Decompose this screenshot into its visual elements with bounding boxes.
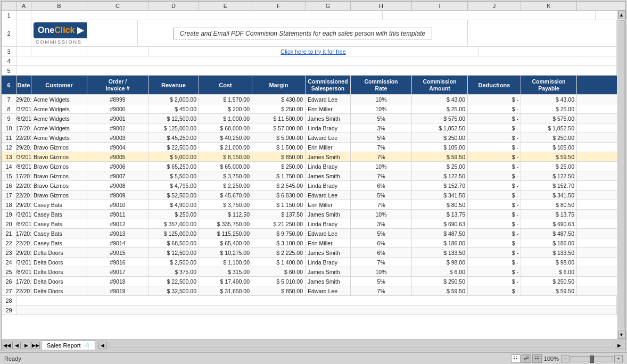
cell-date[interactable]: 5/22/2013 [16, 238, 31, 247]
cell-amount[interactable]: $ 1,852.50 [412, 123, 468, 133]
cell-deductions[interactable]: $ - [468, 286, 521, 295]
cell-salesperson[interactable]: Edward Lee [306, 229, 351, 238]
cell-amount[interactable]: $ 6.00 [412, 267, 468, 276]
cell-revenue[interactable]: $ 12,500.00 [148, 114, 199, 123]
cell-deductions[interactable]: $ - [468, 162, 521, 171]
cell-deductions[interactable]: $ - [468, 133, 521, 142]
cell-deductions[interactable]: $ - [468, 258, 521, 267]
cell-customer[interactable]: Bravo Gizmos [31, 162, 87, 171]
cell-cost[interactable]: $ 68,000.00 [199, 123, 252, 133]
cell-invoice[interactable]: #9000 [87, 104, 148, 113]
cell-deductions[interactable]: $ - [468, 171, 521, 180]
cell-cost[interactable]: $ 65,000.00 [199, 162, 252, 171]
cell-margin[interactable]: $ 1,500.00 [252, 143, 306, 152]
cell-cost[interactable]: $ 3,750.00 [199, 200, 252, 209]
cell-invoice[interactable]: #8999 [87, 95, 148, 104]
cell-deductions[interactable]: $ - [468, 181, 521, 190]
cell-invoice[interactable]: #9007 [87, 171, 148, 180]
cell-payable[interactable]: $ 122.50 [521, 171, 577, 180]
cell-margin[interactable]: $ 21,250.00 [252, 219, 306, 228]
cell-payable[interactable]: $ 487.50 [521, 229, 577, 238]
cell-invoice[interactable]: #9008 [87, 181, 148, 190]
cell-revenue[interactable]: $ 32,500.00 [148, 286, 199, 295]
cell-deductions[interactable]: $ - [468, 210, 521, 219]
scroll-track[interactable] [618, 20, 625, 329]
cell-row4[interactable] [16, 56, 617, 65]
table-row[interactable]: 11 5/22/2013 Acme Widgets #9003 $ 45,250… [2, 133, 617, 143]
cell-payable[interactable]: $ 59.50 [521, 286, 577, 295]
cell-amount[interactable]: $ 341.50 [412, 191, 468, 200]
cell-revenue[interactable]: $ 52,500.00 [148, 191, 199, 200]
cell-cost[interactable]: $ 1,000.00 [199, 114, 252, 123]
cell-amount[interactable]: $ 186.00 [412, 238, 468, 247]
zoom-in-button[interactable]: + [614, 355, 623, 362]
cell-payable[interactable]: $ 6.00 [521, 267, 577, 276]
cell-date[interactable]: 5/17/2013 [16, 171, 31, 180]
col-header-h[interactable]: H [351, 2, 412, 10]
cell-revenue[interactable]: $ 125,000.00 [148, 229, 199, 238]
cell-customer[interactable]: Delta Doors [31, 277, 87, 286]
cell-cost[interactable]: $ 335,750.00 [199, 219, 252, 228]
cell-deductions[interactable]: $ - [468, 238, 521, 247]
cell-cost[interactable]: $ 3,750.00 [199, 171, 252, 180]
cell-payable[interactable]: $ 575.00 [521, 114, 577, 123]
cell-customer[interactable]: Acme Widgets [31, 133, 87, 142]
cell-rate[interactable]: 5% [351, 133, 412, 142]
normal-view-icon[interactable]: ☷ [511, 354, 521, 363]
cell-date[interactable]: 5/17/2013 [16, 123, 31, 133]
page-break-icon[interactable]: ☷ [532, 354, 542, 363]
cell-cost[interactable]: $ 1,570.00 [199, 95, 252, 104]
cell-revenue[interactable]: $ 375.00 [148, 267, 199, 276]
cell-payable[interactable]: $ 133.50 [521, 248, 577, 257]
cell-margin[interactable]: $ 2,545.00 [252, 181, 306, 190]
cell-amount[interactable]: $ 152.70 [412, 181, 468, 190]
cell-cost[interactable]: $ 1,100.00 [199, 258, 252, 267]
cell-customer[interactable]: Casey Bats [31, 200, 87, 209]
cell-revenue[interactable]: $ 22,500.00 [148, 277, 199, 286]
cell-cost[interactable]: $ 8,150.00 [199, 152, 252, 161]
cell-margin[interactable]: $ 850.00 [252, 152, 306, 161]
cell-customer[interactable]: Bravo Gizmos [31, 152, 87, 161]
zoom-slider-thumb[interactable] [590, 355, 594, 363]
cell-salesperson[interactable]: Edward Lee [306, 191, 351, 200]
table-row[interactable]: 13 5/3/2013 Bravo Gizmos #9005 $ 9,000.0… [2, 152, 617, 162]
table-row[interactable]: 24 5/3/2013 Delta Doors #9016 $ 2,500.00… [2, 258, 617, 267]
cell-payable[interactable]: $ 25.00 [521, 104, 577, 113]
cell-salesperson[interactable]: Erin Miller [306, 200, 351, 209]
cell-amount[interactable]: $ 13.75 [412, 210, 468, 219]
cell-date[interactable]: 5/17/2013 [16, 229, 31, 238]
col-header-f[interactable]: F [252, 2, 306, 10]
cell-deductions[interactable]: $ - [468, 152, 521, 161]
cell-rate[interactable]: 7% [351, 286, 412, 295]
col-header-e[interactable]: E [199, 2, 252, 10]
cell-cost[interactable]: $ 40,250.00 [199, 133, 252, 142]
cell-row5[interactable] [16, 66, 617, 75]
cell-date[interactable]: 4/29/2013 [16, 248, 31, 257]
scroll-up-button[interactable]: ▲ [618, 11, 625, 19]
cell-margin[interactable]: $ 57,000.00 [252, 123, 306, 133]
cell-rate[interactable]: 10% [351, 162, 412, 171]
cell-payable[interactable]: $ 186.00 [521, 238, 577, 247]
table-row[interactable]: 19 5/3/2013 Casey Bats #9011 $ 250.00 $ … [2, 210, 617, 219]
cell-date[interactable]: 5/8/2013 [16, 267, 31, 276]
cell-amount[interactable]: $ 133.50 [412, 248, 468, 257]
cell-margin[interactable]: $ 430.00 [252, 95, 306, 104]
tab-nav-prev[interactable]: ◀ [12, 342, 21, 349]
cell-cost[interactable]: $ 315.00 [199, 267, 252, 276]
cell-payable[interactable]: $ 1,852.50 [521, 123, 577, 133]
cell-rate[interactable]: 3% [351, 219, 412, 228]
cell-salesperson[interactable]: James Smith [306, 248, 351, 257]
page-layout-icon[interactable]: ☍ [522, 354, 531, 363]
cell-payable[interactable]: $ 250.50 [521, 277, 577, 286]
cell-b2-logo[interactable]: OneClick ▶ COMMISSIONS [31, 20, 87, 46]
cell-deductions[interactable]: $ - [468, 191, 521, 200]
cell-margin[interactable]: $ 850.00 [252, 286, 306, 295]
cell-customer[interactable]: Casey Bats [31, 229, 87, 238]
cell-amount[interactable]: $ 487.50 [412, 229, 468, 238]
cell-salesperson[interactable]: Linda Brady [306, 123, 351, 133]
table-row[interactable]: 14 5/8/2013 Bravo Gizmos #9006 $ 65,250.… [2, 162, 617, 171]
cell-rate[interactable]: 10% [351, 104, 412, 113]
cell-rate[interactable]: 7% [351, 152, 412, 161]
cell-rate[interactable]: 10% [351, 95, 412, 104]
cell-payable[interactable]: $ 13.75 [521, 210, 577, 219]
